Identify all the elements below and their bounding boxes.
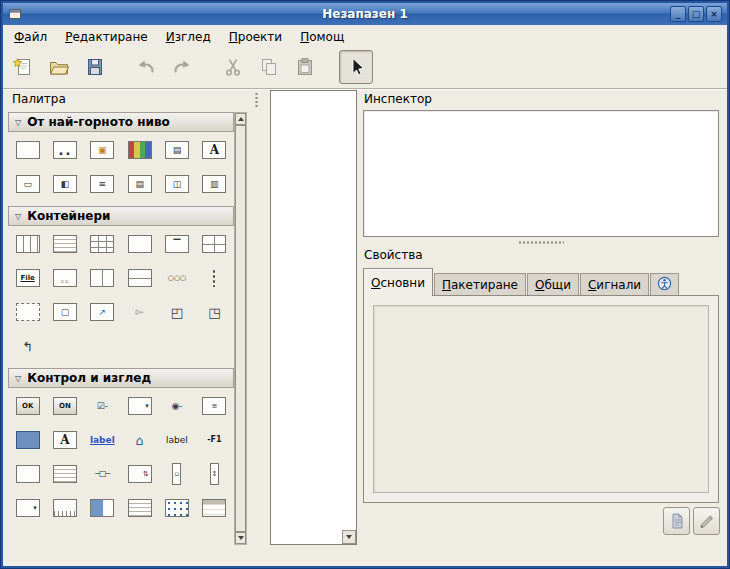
- palette-gnome-dialog[interactable]: ≡: [84, 171, 121, 197]
- palette-expander[interactable]: ▷-: [121, 299, 158, 325]
- palette-message-dialog[interactable]: ▣: [84, 137, 121, 163]
- palette-option-menu-icon: ≡: [202, 397, 226, 415]
- cut-button[interactable]: [216, 50, 250, 84]
- palette-vpaned[interactable]: [121, 265, 158, 291]
- palette-label[interactable]: label: [158, 427, 195, 453]
- palette-handle-box[interactable]: ↰: [9, 333, 46, 359]
- palette-gnome-about[interactable]: ▤: [121, 171, 158, 197]
- palette-option-menu[interactable]: ≡: [196, 393, 233, 419]
- palette-radio-button[interactable]: ◉-: [158, 393, 195, 419]
- inspector-view[interactable]: [363, 110, 719, 237]
- palette-href[interactable]: label: [84, 427, 121, 453]
- palette-label-big[interactable]: A: [46, 427, 83, 453]
- section-toplevel-header[interactable]: ▽От най-горното ниво: [8, 112, 234, 132]
- palette-hpaned[interactable]: [84, 265, 121, 291]
- palette-toggle-button[interactable]: ON: [46, 393, 83, 419]
- palette-combo-box[interactable]: ▾: [121, 393, 158, 419]
- palette-alignment[interactable]: ◰: [158, 299, 195, 325]
- palette-check-button[interactable]: ☑-: [84, 393, 121, 419]
- palette-menubar[interactable]: File: [9, 265, 46, 291]
- palette-vscale[interactable]: ▫: [158, 461, 195, 487]
- palette-button[interactable]: OK: [9, 393, 46, 419]
- palette-scrollbar[interactable]: [234, 112, 247, 545]
- palette-text-box[interactable]: [121, 495, 158, 521]
- paste-button[interactable]: [288, 50, 322, 84]
- palette-spin-button[interactable]: ⇅: [121, 461, 158, 487]
- palette-tree-view[interactable]: [196, 495, 233, 521]
- palette-toolbar[interactable]: ▫▫: [46, 265, 83, 291]
- properties-doc-button[interactable]: [663, 507, 690, 535]
- minimize-button[interactable]: _: [670, 6, 686, 22]
- palette-vbox[interactable]: [46, 231, 83, 257]
- palette-hscale[interactable]: ─□─: [84, 461, 121, 487]
- palette-hbuttonbox[interactable]: ○○○: [158, 265, 195, 291]
- menu-projects[interactable]: Проекти: [220, 27, 291, 47]
- redo-button[interactable]: [165, 50, 199, 84]
- palette-window[interactable]: [9, 137, 46, 163]
- palette-gnome-property-box[interactable]: ◫: [158, 171, 195, 197]
- palette-text-view-icon: [53, 465, 77, 483]
- titlebar[interactable]: Незапазен 1 _□×: [3, 3, 727, 25]
- palette-gnome-app[interactable]: ◧: [46, 171, 83, 197]
- palette-scroll-down-button[interactable]: [235, 532, 246, 544]
- palette-scroll-up-button[interactable]: [235, 113, 246, 125]
- palette-gnome-druid[interactable]: ▥: [196, 171, 233, 197]
- palette-progress-bar[interactable]: [84, 495, 121, 521]
- palette-icon-view[interactable]: [158, 495, 195, 521]
- palette-text-box-icon: [128, 499, 152, 517]
- palette-viewport[interactable]: ▢: [46, 299, 83, 325]
- tab-common[interactable]: Общи: [527, 273, 579, 296]
- palette-accel-label[interactable]: -F1: [196, 427, 233, 453]
- properties-edit-button[interactable]: [693, 507, 720, 535]
- close-button[interactable]: ×: [706, 6, 722, 22]
- inspector-splitter-handle[interactable]: [518, 240, 564, 245]
- palette-text-view[interactable]: [46, 461, 83, 487]
- palette-curve[interactable]: ↗: [84, 299, 121, 325]
- copy-button[interactable]: [252, 50, 286, 84]
- design-canvas[interactable]: [270, 90, 357, 545]
- palette-frame[interactable]: [121, 231, 158, 257]
- tab-accessibility[interactable]: [650, 273, 679, 296]
- palette-font-selection-dialog[interactable]: A: [196, 137, 233, 163]
- palette-dialog[interactable]: ▪ ▪: [46, 137, 83, 163]
- selector-button[interactable]: [339, 50, 373, 84]
- palette-scrollbar-thumb[interactable]: [235, 125, 246, 532]
- menu-view[interactable]: Изглед: [157, 27, 220, 47]
- tab-signals[interactable]: Сигнали: [580, 273, 649, 296]
- palette-entry[interactable]: [9, 427, 46, 453]
- section-containers-header[interactable]: ▽Контейнери: [8, 206, 234, 226]
- palette-file-selection-dialog[interactable]: ▤: [158, 137, 195, 163]
- palette-aspect-frame[interactable]: ◳: [196, 299, 233, 325]
- menu-edit[interactable]: Редактиране: [56, 27, 157, 47]
- palette-alignment-icon: ◰: [165, 303, 189, 321]
- save-button[interactable]: [78, 50, 112, 84]
- palette-vbuttonbox[interactable]: [196, 265, 233, 291]
- open-button[interactable]: [42, 50, 76, 84]
- section-controls-header[interactable]: ▽Контрол и изглед: [8, 368, 234, 388]
- palette-combo-box-entry[interactable]: ▾: [9, 495, 46, 521]
- palette-notebook[interactable]: ▔: [158, 231, 195, 257]
- palette-splitter-handle[interactable]: [254, 92, 259, 108]
- window-title: Незапазен 1: [3, 7, 727, 21]
- maximize-button[interactable]: □: [688, 6, 704, 22]
- document-icon: [667, 511, 687, 531]
- palette-scrolled-window[interactable]: [9, 299, 46, 325]
- palette-hruler[interactable]: [46, 495, 83, 521]
- undo-button[interactable]: [129, 50, 163, 84]
- palette-text-entry[interactable]: [9, 461, 46, 487]
- new-button[interactable]: [6, 50, 40, 84]
- tab-packing[interactable]: Пакетиране: [434, 273, 526, 296]
- palette-home-entry[interactable]: ⌂: [121, 427, 158, 453]
- palette-label-icon: label: [165, 431, 189, 449]
- menu-help[interactable]: Помощ: [291, 27, 353, 47]
- palette-hbox[interactable]: [9, 231, 46, 257]
- canvas-scroll-down-button[interactable]: [342, 530, 356, 544]
- palette-menubar-icon: File: [16, 269, 40, 287]
- palette-table[interactable]: [84, 231, 121, 257]
- palette-fixed[interactable]: [196, 231, 233, 257]
- palette-color-selection-dialog[interactable]: [121, 137, 158, 163]
- menu-file[interactable]: Файл: [5, 27, 56, 47]
- tab-general[interactable]: Основни: [363, 268, 433, 296]
- palette-input-dialog[interactable]: ▭: [9, 171, 46, 197]
- palette-vscrollbar[interactable]: ↕: [196, 461, 233, 487]
